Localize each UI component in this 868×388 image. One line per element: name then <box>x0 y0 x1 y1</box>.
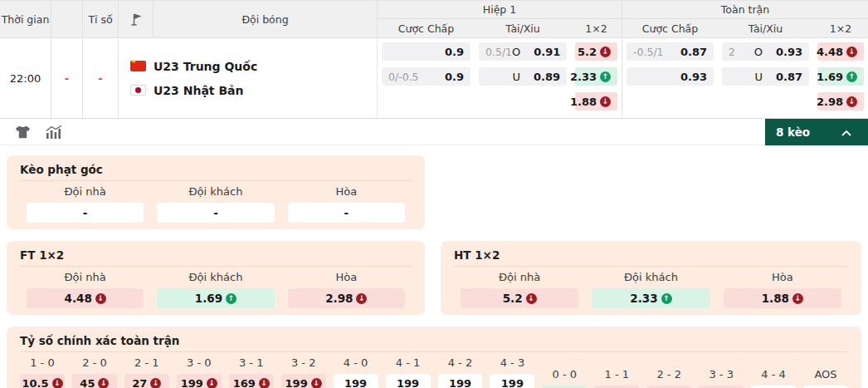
panel-title: Tỷ số chính xác toàn trận <box>20 334 848 352</box>
score-column-draw: 3 - 3199↓ <box>699 356 744 388</box>
panel-odds-value[interactable]: 1.69↑ <box>157 288 274 308</box>
score-label: 2 - 1 <box>124 356 169 369</box>
subheader-h1-overunder: Tài/Xỉu <box>475 19 571 37</box>
panel-column-label: Đội nhà <box>454 271 585 283</box>
panel-odds-value[interactable]: 2.98↓ <box>288 288 405 308</box>
score-odds-value[interactable]: 45↓ <box>72 374 117 388</box>
1x2-odds-cell[interactable]: 4.48↓ <box>817 42 864 61</box>
panel-odds-value[interactable]: - <box>157 203 274 223</box>
ft-over-odds[interactable]: 2 O 0.93 <box>722 42 809 61</box>
panel-column: Đội khách1.69↑ <box>150 271 280 308</box>
panel-column-label: Hòa <box>281 271 412 283</box>
score-column: 3 - 0199↓9.5↑ <box>177 356 222 388</box>
odds-price: - <box>213 206 218 219</box>
odds-price: 1.69 <box>817 71 843 83</box>
odds-down-icon: ↓ <box>52 378 63 388</box>
score-column: 4 - 119949↓ <box>386 356 431 388</box>
score-column-draw: AOS39 <box>803 356 848 388</box>
1x2-odds-cell[interactable]: 2.33↑ <box>575 67 617 86</box>
away-team-row[interactable]: U23 Nhật Bản <box>130 84 377 97</box>
panel-column: Đội khách2.33↑ <box>585 271 716 308</box>
japan-flag-icon <box>130 85 146 96</box>
1x2-odds-cell[interactable]: 5.2↓ <box>575 42 617 61</box>
ft-under-odds[interactable]: U 0.87 <box>722 67 809 86</box>
panel-column: Đội nhà- <box>20 185 150 223</box>
odds-price: 45 <box>80 377 95 388</box>
score-odds-value[interactable]: 10.5↓ <box>20 374 65 388</box>
panel-odds-value[interactable]: - <box>288 203 405 223</box>
h1-under-odds[interactable]: U 0.89 <box>479 67 567 86</box>
odds-price: 2.33 <box>570 71 597 83</box>
odds-down-icon: ↓ <box>259 378 270 388</box>
odds-down-icon: ↓ <box>600 96 611 107</box>
jersey-icon[interactable] <box>15 125 31 139</box>
score-odds-value[interactable]: 199 <box>490 374 534 388</box>
stats-icon[interactable] <box>46 125 62 139</box>
ft-handicap-odds-2[interactable]: 0.93 <box>627 67 714 86</box>
under-label: U <box>512 71 520 83</box>
match-score: - <box>83 38 119 118</box>
ft-handicap-odds-1[interactable]: -0.5/1 0.87 <box>627 42 714 61</box>
col-header-team: Đội bóng <box>154 1 378 37</box>
ft-1x2-column: 4.48↓1.69↑2.98↓ <box>813 38 868 118</box>
score-column: 2 - 045↓4.2↑ <box>72 356 117 388</box>
betting-odds-page: Thời gian Tỉ số Đội bóng Hiệp 1 Toàn trậ… <box>0 0 868 388</box>
odds-price: 1.88 <box>762 292 789 305</box>
1x2-odds-cell[interactable]: 1.69↑ <box>817 67 864 86</box>
match-row: 22:00 - - U23 Trung Quốc U23 Nhật Bản 0.… <box>0 38 868 118</box>
score-odds-value[interactable]: 199 <box>334 374 378 388</box>
odds-price: 0.9 <box>445 71 464 83</box>
odds-down-icon: ↓ <box>846 47 857 57</box>
score-label: 4 - 0 <box>334 356 378 369</box>
odds-price: 0.87 <box>776 71 802 83</box>
odds-price: 199 <box>449 377 471 388</box>
panel-odds-value[interactable]: 4.48↓ <box>27 288 144 308</box>
over-label: O <box>512 46 520 58</box>
panel-column: Hòa- <box>281 185 412 223</box>
panel-title: FT 1×2 <box>20 248 412 267</box>
ft-overunder-column: 2 O 0.93 U 0.87 <box>718 38 813 118</box>
odds-price: 0.89 <box>534 71 560 83</box>
1x2-odds-cell[interactable]: 1.88↓ <box>575 92 617 111</box>
ou-line: 2 <box>729 46 754 58</box>
odds-price: 4.48 <box>65 292 92 305</box>
h1-handicap-odds-1[interactable]: 0.9 <box>382 42 471 61</box>
panel-odds-value[interactable]: - <box>27 203 144 223</box>
odds-price: 5.2 <box>578 46 597 58</box>
score-column: 1 - 010.5↓2.9↑ <box>20 356 65 388</box>
odds-count-badge[interactable]: 8 kèo <box>765 119 868 145</box>
panel-odds-value[interactable]: 5.2↓ <box>461 288 578 308</box>
odds-price: - <box>83 206 88 219</box>
corner-kick-values: Đội nhà-Đội khách-Hòa- <box>20 185 412 223</box>
score-label: 3 - 0 <box>177 356 222 369</box>
panel-column-label: Đội khách <box>150 185 280 198</box>
score-odds-value[interactable]: 199↓ <box>177 374 222 388</box>
odds-price: 0.93 <box>776 46 802 58</box>
score-label: 0 - 0 <box>542 368 587 381</box>
score-label: 3 - 3 <box>699 368 744 381</box>
odds-up-icon: ↑ <box>661 293 672 304</box>
panel-odds-value[interactable]: 2.33↑ <box>592 288 710 308</box>
home-team-name: U23 Trung Quốc <box>154 60 257 73</box>
odds-down-icon: ↓ <box>846 96 857 107</box>
score-odds-value[interactable]: 199 <box>438 374 483 388</box>
odds-price: 2.98 <box>817 96 843 108</box>
odds-price: 199 <box>501 377 524 388</box>
odds-price: 27 <box>132 377 147 388</box>
score-label: 3 - 2 <box>281 356 326 369</box>
score-odds-value[interactable]: 27↓ <box>124 374 169 388</box>
h1-handicap-column: 0.9 0/-0.5 0.9 <box>378 38 475 118</box>
col-header-blank <box>51 1 83 37</box>
panel-column-label: Đội nhà <box>20 271 150 283</box>
panel-odds-value[interactable]: 1.88↓ <box>724 288 841 308</box>
subheader-ft-1x2: 1×2 <box>813 19 868 37</box>
odds-table-header: Thời gian Tỉ số Đội bóng Hiệp 1 Toàn trậ… <box>0 1 868 38</box>
1x2-odds-cell[interactable]: 2.98↓ <box>817 92 864 111</box>
home-team-row[interactable]: U23 Trung Quốc <box>130 60 377 73</box>
score-odds-value[interactable]: 169↓ <box>229 374 274 388</box>
score-odds-value[interactable]: 199↓ <box>281 374 326 388</box>
h1-over-odds[interactable]: 0.5/1 O 0.91 <box>479 42 567 61</box>
score-odds-value[interactable]: 199 <box>386 374 431 388</box>
h1-handicap-odds-2[interactable]: 0/-0.5 0.9 <box>382 67 471 86</box>
china-flag-icon <box>130 61 146 71</box>
